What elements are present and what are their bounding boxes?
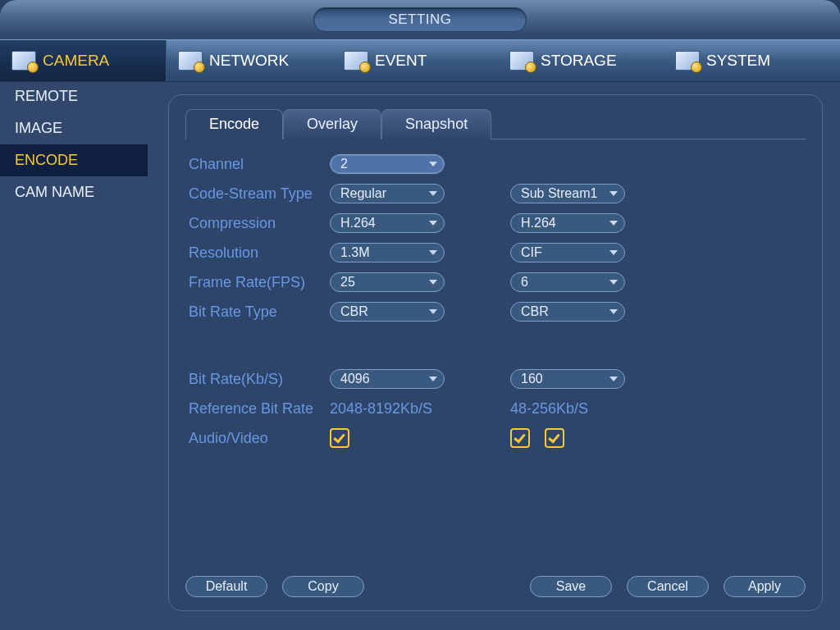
label-frame-rate: Frame Rate(FPS) xyxy=(189,274,330,291)
window-title: SETTING xyxy=(313,7,526,32)
save-button[interactable]: Save xyxy=(530,576,612,597)
select-resolution-sub[interactable]: CIF xyxy=(510,243,625,262)
encode-form: Channel 2 Code-Stream Type Regular Sub S… xyxy=(185,148,806,453)
nav-label: SYSTEM xyxy=(706,52,770,70)
nav-label: EVENT xyxy=(375,52,427,70)
nav-label: CAMERA xyxy=(43,52,109,70)
apply-button[interactable]: Apply xyxy=(724,576,806,597)
tab-overlay[interactable]: Overlay xyxy=(283,109,381,139)
event-icon xyxy=(344,51,368,71)
main-panel: Encode Overlay Snapshot Channel 2 Code-S… xyxy=(168,94,823,611)
label-compression: Compression xyxy=(189,215,330,232)
label-bit-rate: Bit Rate(Kb/S) xyxy=(189,371,330,388)
select-bit-rate-type-sub[interactable]: CBR xyxy=(510,302,625,322)
default-button[interactable]: Default xyxy=(185,576,267,597)
camera-icon xyxy=(11,51,36,71)
label-channel: Channel xyxy=(189,156,330,173)
top-nav: CAMERA NETWORK EVENT STORAGE SYSTEM xyxy=(0,39,840,82)
checkbox-av-sub-video[interactable] xyxy=(510,428,530,448)
sidebar-item-encode[interactable]: ENCODE xyxy=(0,144,148,176)
select-code-stream-sub[interactable]: Sub Stream1 xyxy=(510,184,625,203)
label-resolution: Resolution xyxy=(189,244,330,262)
nav-item-event[interactable]: EVENT xyxy=(332,40,498,81)
sidebar-item-image[interactable]: IMAGE xyxy=(0,112,154,144)
select-code-stream-main[interactable]: Regular xyxy=(330,184,445,203)
select-frame-rate-sub[interactable]: 6 xyxy=(510,272,625,292)
label-audio-video: Audio/Video xyxy=(189,430,330,447)
nav-label: NETWORK xyxy=(209,52,289,70)
sidebar-item-camname[interactable]: CAM NAME xyxy=(0,176,154,208)
value-ref-bit-rate-main: 2048-8192Kb/S xyxy=(330,400,432,418)
system-icon xyxy=(675,51,700,71)
nav-item-system[interactable]: SYSTEM xyxy=(664,40,829,81)
label-bit-rate-type: Bit Rate Type xyxy=(189,304,330,321)
sidebar-item-remote[interactable]: REMOTE xyxy=(0,80,154,112)
button-bar: Default Copy Save Cancel Apply xyxy=(185,576,806,597)
checkbox-av-main[interactable] xyxy=(330,428,349,448)
select-channel[interactable]: 2 xyxy=(330,154,445,174)
cancel-button[interactable]: Cancel xyxy=(627,576,709,597)
value-ref-bit-rate-sub: 48-256Kb/S xyxy=(510,400,588,418)
select-resolution-main[interactable]: 1.3M xyxy=(330,243,445,262)
select-compression-sub[interactable]: H.264 xyxy=(510,213,625,233)
sidebar: REMOTE IMAGE ENCODE CAM NAME xyxy=(0,80,154,630)
label-reference-bit-rate: Reference Bit Rate xyxy=(189,400,330,418)
select-bit-rate-sub[interactable]: 160 xyxy=(510,369,625,389)
nav-item-camera[interactable]: CAMERA xyxy=(0,40,167,81)
nav-label: STORAGE xyxy=(541,52,617,70)
copy-button[interactable]: Copy xyxy=(282,576,364,597)
label-code-stream-type: Code-Stream Type xyxy=(189,185,330,203)
tab-snapshot[interactable]: Snapshot xyxy=(381,109,491,139)
tab-encode[interactable]: Encode xyxy=(185,109,283,139)
select-bit-rate-main[interactable]: 4096 xyxy=(330,369,445,389)
select-frame-rate-main[interactable]: 25 xyxy=(330,272,445,292)
nav-item-storage[interactable]: STORAGE xyxy=(498,40,664,81)
storage-icon xyxy=(509,51,534,71)
select-compression-main[interactable]: H.264 xyxy=(330,213,445,233)
select-bit-rate-type-main[interactable]: CBR xyxy=(330,302,445,322)
network-icon xyxy=(178,51,203,71)
checkbox-av-sub-audio[interactable] xyxy=(545,428,564,448)
inner-tabs: Encode Overlay Snapshot xyxy=(185,108,806,139)
nav-item-network[interactable]: NETWORK xyxy=(167,40,332,81)
